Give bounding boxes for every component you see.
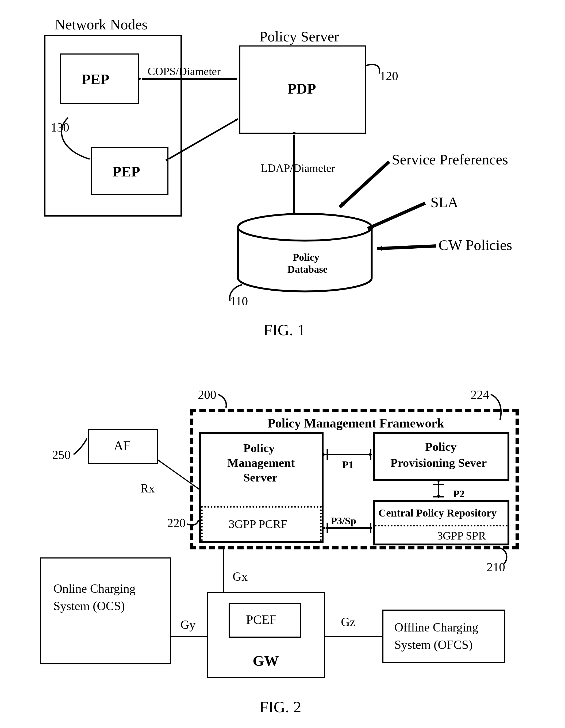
p3-label: P3/Sp [331, 515, 356, 527]
cpr-label: Central Policy Repository [378, 507, 497, 519]
af-label: AF [114, 438, 131, 453]
ref-200: 200 [198, 388, 216, 402]
pep-2-label: PEP [112, 163, 140, 180]
pms-sub-dotted-r [320, 506, 322, 541]
p1-label: P1 [342, 459, 353, 471]
fig1-caption: FIG. 1 [263, 321, 305, 339]
policy-db-label-1: Policy [293, 251, 319, 263]
ref-110: 110 [230, 294, 248, 308]
rx-label: Rx [140, 481, 155, 495]
pms-label-3: Server [243, 471, 277, 484]
ref-224: 224 [471, 388, 489, 402]
svg-line-6 [377, 246, 436, 249]
svg-line-5 [368, 203, 425, 229]
policy-server-label: Policy Server [259, 28, 339, 45]
network-nodes-label: Network Nodes [55, 16, 148, 33]
gz-label: Gz [341, 615, 355, 629]
ocs-label-1: Online Charging [53, 581, 136, 596]
policy-db-label-2: Database [287, 263, 328, 275]
ref-210: 210 [487, 560, 505, 574]
ref-130: 130 [51, 120, 69, 134]
gy-label: Gy [180, 618, 195, 632]
pms-label-1: Policy [243, 441, 275, 455]
ofcs-box [382, 610, 505, 663]
fig2-caption: FIG. 2 [259, 698, 301, 716]
svg-point-0 [238, 214, 372, 241]
pdp-label: PDP [287, 80, 316, 97]
gw-label: GW [253, 652, 279, 669]
ref-220: 220 [167, 516, 186, 530]
cw-policies-label: CW Policies [439, 237, 512, 253]
service-preferences-label: Service Preferences [392, 151, 508, 168]
gx-label: Gx [233, 569, 248, 584]
pms-label-2: Management [227, 456, 295, 470]
pps-label-2: Provisioning Sever [390, 456, 487, 470]
pcef-label: PCEF [246, 612, 277, 627]
pms-sub-label: 3GPP PCRF [229, 517, 287, 531]
sla-label: SLA [431, 194, 458, 211]
ref-120: 120 [380, 69, 398, 83]
pms-sub-dotted-l [201, 506, 203, 541]
ofcs-label-2: System (OFCS) [394, 638, 473, 652]
ocs-label-2: System (OCS) [53, 599, 125, 613]
svg-line-4 [340, 162, 389, 207]
pms-sub-dotted-b [201, 541, 322, 542]
pps-label-1: Policy [425, 440, 456, 454]
pmf-label: Policy Management Framework [267, 416, 444, 430]
ref-250: 250 [52, 448, 71, 462]
pep-1-label: PEP [82, 71, 109, 88]
p2-label: P2 [453, 488, 464, 500]
cops-label: COPS/Diameter [148, 65, 221, 78]
cpr-sub-divider [375, 525, 508, 526]
cpr-sub-label: 3GPP SPR [437, 529, 486, 542]
pms-sub-divider [201, 506, 322, 508]
ldap-label: LDAP/Diameter [261, 162, 335, 175]
ofcs-label-1: Offline Charging [394, 620, 478, 634]
